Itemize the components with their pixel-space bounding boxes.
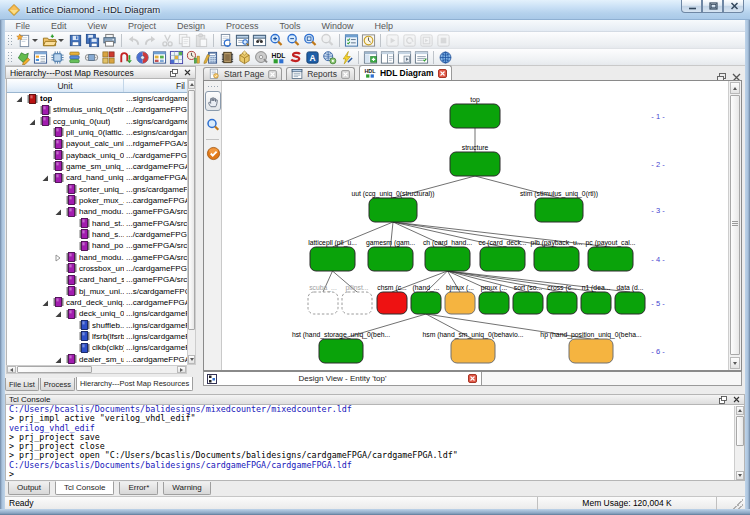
diagram-node-structure[interactable] <box>450 152 500 176</box>
zoom-out-button[interactable] <box>285 32 302 48</box>
tree-unit-label[interactable]: card_deck_uniq... <box>66 298 124 307</box>
globe-button[interactable] <box>437 49 454 65</box>
menu-view[interactable]: View <box>77 20 117 32</box>
diagram-node-gamesm[interactable] <box>368 247 413 271</box>
tree-row[interactable]: ccg_uniq_0(uut)...signs/cardgameF <box>7 116 187 127</box>
tree-unit-label[interactable]: hand_s... <box>92 230 124 239</box>
find-button[interactable] <box>251 32 268 48</box>
tree-row[interactable]: hand_modu......gameFPGA/src/h <box>7 206 187 217</box>
aldec-a-button[interactable]: A <box>304 49 321 65</box>
hdl-logo-button[interactable]: HDL <box>270 49 287 65</box>
tree-unit-label[interactable]: pll_uniq_0(lattic... <box>66 128 124 137</box>
diagram-node-cc[interactable] <box>480 247 525 271</box>
menu-file[interactable]: File <box>5 20 41 32</box>
diagram-node-latticepll[interactable] <box>310 247 355 271</box>
diagram-canvas[interactable]: topstructureuut (ccg_uniq_0(structural))… <box>222 81 728 370</box>
new-file-dropdown-caret[interactable] <box>32 39 38 42</box>
tab-close-icon[interactable] <box>268 70 277 79</box>
chip-blue-button[interactable] <box>49 49 66 65</box>
column-header-unit[interactable]: Unit <box>7 79 124 92</box>
diagram-node-data[interactable] <box>615 292 645 314</box>
tree-row[interactable]: hand_s....../cardgameFPGA/ <box>7 229 187 240</box>
disc-gray-button[interactable] <box>253 49 270 65</box>
floorplan-button[interactable] <box>100 49 117 65</box>
lightning-pencil-button[interactable] <box>338 49 355 65</box>
console-close-icon[interactable] <box>731 395 741 404</box>
layout-add-button[interactable] <box>362 49 379 65</box>
output-tab-warning[interactable]: Warning <box>163 482 211 495</box>
dock-tab-file-list[interactable]: File List <box>5 378 39 391</box>
tree-row[interactable]: game_sm_uniq_......cardgameFPGA/s <box>7 161 187 172</box>
open-file-dropdown-caret[interactable] <box>58 39 64 42</box>
tree-unit-label[interactable]: game_sm_uniq_... <box>66 162 124 171</box>
tree-unit-label[interactable]: stimulus_uniq_0(stim) <box>53 105 124 114</box>
layout-two-button[interactable] <box>379 49 396 65</box>
route-button[interactable] <box>117 49 134 65</box>
tree-row[interactable]: stimulus_uniq_0(stim).../cardgameFPGA/ <box>7 104 187 115</box>
tab-close-icon[interactable] <box>438 69 447 78</box>
tree-unit-label[interactable]: ccg_uniq_0(uut) <box>53 117 110 126</box>
diagram-node-pc[interactable] <box>588 247 633 271</box>
tab-close-icon[interactable] <box>341 70 350 79</box>
check-tool[interactable] <box>205 143 221 163</box>
tree-unit-label[interactable]: deck_uniq_0... <box>79 309 124 318</box>
print-button[interactable] <box>101 32 118 48</box>
expanded-arrow-icon[interactable] <box>28 118 36 126</box>
resize-grip[interactable] <box>733 499 743 509</box>
hierarchy-panel-titlebar[interactable]: Hierarchy---Post Map Resources <box>5 66 196 79</box>
tree-row[interactable]: bj_mux_uni......s/cardgameFPGA <box>7 286 187 297</box>
tree-unit-label[interactable]: hand_modu... <box>79 253 124 262</box>
new-file-button[interactable] <box>15 32 41 48</box>
tree-unit-label[interactable]: payout_calc_uni... <box>66 139 124 148</box>
dock-tab-process[interactable]: Process <box>40 378 75 391</box>
tree-row[interactable]: sorter_uniq_......gns/cardgameFP <box>7 184 187 195</box>
expanded-arrow-icon[interactable] <box>54 310 62 318</box>
menu-process[interactable]: Process <box>215 20 269 32</box>
pan-hand-tool[interactable] <box>205 91 221 111</box>
console-output[interactable]: C:/Users/bcaslis/Documents/balidesigns/m… <box>5 405 745 481</box>
console-vertical-scrollbar[interactable] <box>734 406 744 480</box>
dock-tab-hierarchy-post-map-resources[interactable]: Hierarchy---Post Map Resources <box>76 377 193 391</box>
expanded-arrow-icon[interactable] <box>54 356 62 364</box>
menu-edit[interactable]: Edit <box>41 20 78 32</box>
tree-unit-label[interactable]: hand_modu... <box>79 207 124 216</box>
import-source-button[interactable] <box>217 32 234 48</box>
maximize-button[interactable] <box>702 0 723 13</box>
tree-unit-label[interactable]: payback_uniq_0... <box>66 151 124 160</box>
grid-colored-button[interactable] <box>168 49 185 65</box>
tree-unit-label[interactable]: shuffleb... <box>92 321 124 330</box>
tree-unit-label[interactable]: dealer_sm_u... <box>79 355 124 364</box>
task-list-button[interactable] <box>343 32 360 48</box>
output-tab-error-[interactable]: Error* <box>119 482 158 495</box>
tree-row[interactable]: card_deck_uniq......cardgameFPGA/s <box>7 297 187 308</box>
menu-project[interactable]: Project <box>117 20 166 32</box>
tree-row[interactable]: lfsrb(lfsrb)...igns/cardgameFP <box>7 331 187 342</box>
tree-column-header[interactable]: Unit Fil <box>6 79 187 93</box>
tree-row[interactable]: payout_calc_uni......rdgameFPGA/src <box>7 138 187 149</box>
tree-row[interactable]: hand_modu......gameFPGA/src/h <box>7 252 187 263</box>
chip-band-button[interactable] <box>83 49 100 65</box>
diagram-node-top[interactable] <box>450 104 500 128</box>
tree-unit-label[interactable]: clkb(clkb) <box>92 343 124 352</box>
layout-run-button[interactable] <box>396 49 413 65</box>
globe-gear-button[interactable] <box>321 49 338 65</box>
memory-stack-button[interactable] <box>66 49 83 65</box>
toolbar-grip[interactable] <box>7 34 12 46</box>
tree-unit-label[interactable]: hand_po... <box>92 241 124 250</box>
diagram-node-hand[interactable] <box>411 292 441 314</box>
menu-help[interactable]: Help <box>364 20 404 32</box>
tree-row[interactable]: crossbox_un....../cardgameFPGA/ <box>7 263 187 274</box>
diagram-node-ch[interactable] <box>425 247 470 271</box>
document-tab-hdl-diagram[interactable]: HDLHDL Diagram <box>359 65 452 80</box>
diagram-node-hp[interactable] <box>569 339 613 363</box>
tree-unit-label[interactable]: card_hand_uniq... <box>66 173 124 182</box>
diagram-node-hsm[interactable] <box>451 339 495 363</box>
package-box-button[interactable] <box>236 49 253 65</box>
title-bar[interactable]: Lattice Diamond - HDL Diagram <box>0 0 750 20</box>
minimize-button[interactable] <box>681 0 702 13</box>
design-view-close-icon[interactable] <box>468 374 477 383</box>
panel-close-icon[interactable] <box>182 68 192 77</box>
document-tab-start-page[interactable]: Start Page <box>203 67 282 80</box>
toolstrip-grip[interactable] <box>207 85 219 88</box>
column-header-file[interactable]: Fil <box>124 79 187 92</box>
